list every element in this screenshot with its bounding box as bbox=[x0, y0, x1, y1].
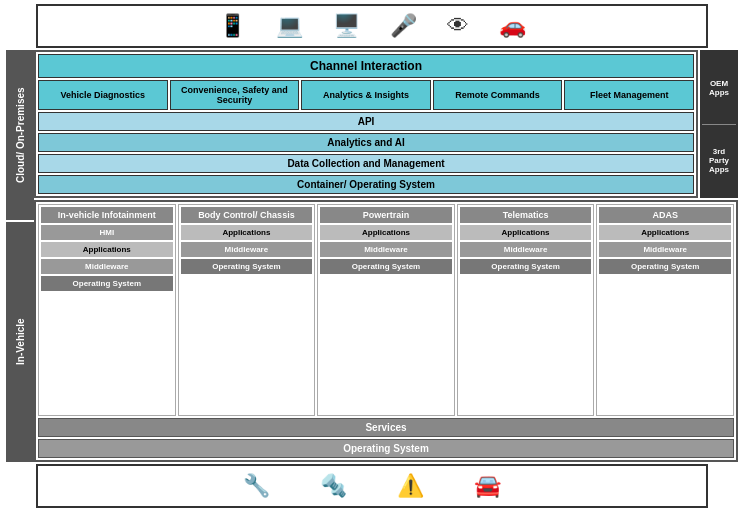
ivi-middleware: Middleware bbox=[41, 259, 173, 274]
vehicle-column-ivi: In-vehicle Infotainment HMI Applications… bbox=[38, 204, 176, 416]
microphone-icon: 🎤 bbox=[390, 13, 417, 39]
car-lift-icon: 🔩 bbox=[320, 473, 347, 499]
telematics-middleware: Middleware bbox=[460, 242, 592, 257]
main-wrapper: 📱 💻 🖥️ 🎤 👁 🚗 Cloud/ On-Premises In-Vehic… bbox=[0, 0, 744, 512]
body-middleware: Middleware bbox=[181, 242, 313, 257]
powertrain-os: Operating System bbox=[320, 259, 452, 274]
cloud-label: Cloud/ On-Premises bbox=[6, 50, 34, 220]
vehicle-section: In-vehicle Infotainment HMI Applications… bbox=[34, 200, 738, 462]
third-party-apps-label: 3rd Party Apps bbox=[702, 125, 736, 197]
car-wrench-icon: 🔧 bbox=[243, 473, 270, 499]
adas-os: Operating System bbox=[599, 259, 731, 274]
warning-icon: ⚠️ bbox=[397, 473, 424, 499]
body-applications: Applications bbox=[181, 225, 313, 240]
telematics-os: Operating System bbox=[460, 259, 592, 274]
cloud-layer-analytics-ai: Analytics and AI bbox=[38, 133, 694, 152]
cloud-cat-remote-commands: Remote Commands bbox=[433, 80, 563, 110]
cloud-section: Channel Interaction Vehicle Diagnostics … bbox=[34, 50, 698, 198]
telematics-applications: Applications bbox=[460, 225, 592, 240]
adas-middleware: Middleware bbox=[599, 242, 731, 257]
tablet-icon: 💻 bbox=[276, 13, 303, 39]
cloud-layer-container-os: Container/ Operating System bbox=[38, 175, 694, 194]
eye-icon: 👁 bbox=[447, 13, 469, 39]
cloud-cat-analytics: Analytics & Insights bbox=[301, 80, 431, 110]
ivi-header: In-vehicle Infotainment bbox=[41, 207, 173, 223]
powertrain-middleware: Middleware bbox=[320, 242, 452, 257]
right-labels: OEM Apps 3rd Party Apps bbox=[700, 50, 738, 198]
vehicle-label: In-Vehicle bbox=[6, 222, 34, 462]
adas-header: ADAS bbox=[599, 207, 731, 223]
body-os: Operating System bbox=[181, 259, 313, 274]
powertrain-applications: Applications bbox=[320, 225, 452, 240]
vehicle-column-powertrain: Powertrain Applications Middleware Opera… bbox=[317, 204, 455, 416]
telematics-header: Telematics bbox=[460, 207, 592, 223]
vehicle-column-adas: ADAS Applications Middleware Operating S… bbox=[596, 204, 734, 416]
cloud-categories: Vehicle Diagnostics Convenience, Safety … bbox=[38, 80, 694, 110]
ivi-os: Operating System bbox=[41, 276, 173, 291]
ivi-hmi: HMI bbox=[41, 225, 173, 240]
cloud-cat-fleet-management: Fleet Management bbox=[564, 80, 694, 110]
car-icon: 🚗 bbox=[499, 13, 526, 39]
vehicle-column-telematics: Telematics Applications Middleware Opera… bbox=[457, 204, 595, 416]
adas-applications: Applications bbox=[599, 225, 731, 240]
oem-apps-label: OEM Apps bbox=[702, 52, 736, 125]
vehicle-columns: In-vehicle Infotainment HMI Applications… bbox=[38, 204, 734, 416]
vehicle-os-row: Operating System bbox=[38, 439, 734, 458]
laptop-icon: 🖥️ bbox=[333, 13, 360, 39]
cloud-cat-vehicle-diagnostics: Vehicle Diagnostics bbox=[38, 80, 168, 110]
car-bottom-icon: 🚘 bbox=[474, 473, 501, 499]
ivi-applications: Applications bbox=[41, 242, 173, 257]
middle-section: Cloud/ On-Premises In-Vehicle Channel In… bbox=[6, 50, 738, 462]
left-labels: Cloud/ On-Premises In-Vehicle bbox=[6, 50, 34, 462]
mobile-icon: 📱 bbox=[219, 13, 246, 39]
cloud-with-right: Channel Interaction Vehicle Diagnostics … bbox=[34, 50, 738, 198]
channel-interaction-bar: Channel Interaction bbox=[38, 54, 694, 78]
cloud-layer-data: Data Collection and Management bbox=[38, 154, 694, 173]
body-header: Body Control/ Chassis bbox=[181, 207, 313, 223]
bottom-icons-row: 🔧 🔩 ⚠️ 🚘 bbox=[36, 464, 708, 508]
powertrain-header: Powertrain bbox=[320, 207, 452, 223]
main-content: Channel Interaction Vehicle Diagnostics … bbox=[34, 50, 738, 462]
cloud-cat-convenience: Convenience, Safety and Security bbox=[170, 80, 300, 110]
vehicle-services-row: Services bbox=[38, 418, 734, 437]
cloud-layer-api: API bbox=[38, 112, 694, 131]
vehicle-column-body: Body Control/ Chassis Applications Middl… bbox=[178, 204, 316, 416]
top-icons-row: 📱 💻 🖥️ 🎤 👁 🚗 bbox=[36, 4, 708, 48]
